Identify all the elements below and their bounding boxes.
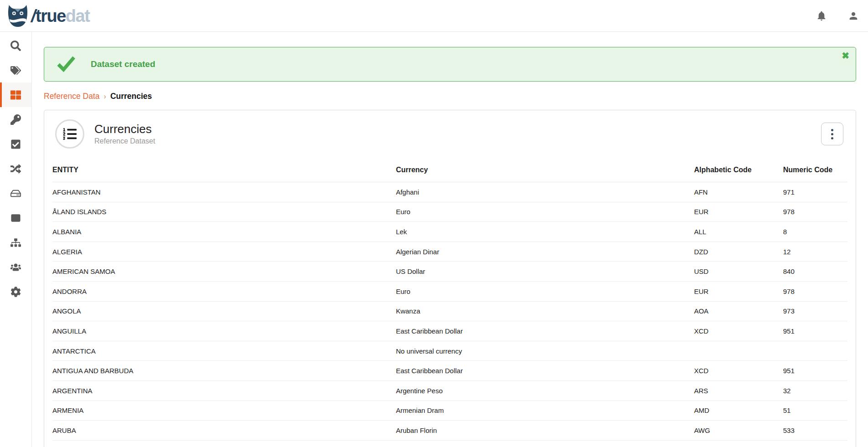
table-row: AMERICAN SAMOA US Dollar USD 840 <box>52 262 847 282</box>
sidebar-item-permissions[interactable] <box>0 107 31 132</box>
alphabetic-code-cell: DZD <box>694 241 783 262</box>
owl-icon <box>7 5 28 27</box>
alphabetic-code-cell: XCD <box>694 361 783 381</box>
breadcrumb-reference-data[interactable]: Reference Data <box>44 92 100 101</box>
currency-cell: Afghani <box>396 182 694 202</box>
sidebar-item-lineage[interactable] <box>0 156 31 181</box>
alphabetic-code-cell: AMD <box>694 401 783 421</box>
card-header: Currencies Reference Dataset <box>44 110 856 155</box>
currency-cell: Armenian Dram <box>396 401 694 421</box>
alphabetic-code-cell: EUR <box>694 281 783 301</box>
topbar-actions <box>816 10 868 21</box>
entity-cell: ANDORRA <box>52 281 396 301</box>
currency-cell: Euro <box>396 202 694 222</box>
alphabetic-code-cell: XCD <box>694 321 783 341</box>
alert-message: Dataset created <box>91 59 155 69</box>
entity-cell: ARMENIA <box>52 401 396 421</box>
numeric-code-cell: 8 <box>783 222 847 242</box>
wordmark: /truedat <box>31 7 89 25</box>
sidebar-item-settings[interactable] <box>0 279 31 304</box>
numeric-code-cell: 973 <box>783 301 847 321</box>
user-icon[interactable] <box>848 10 859 21</box>
breadcrumb: Reference Data › Currencies <box>44 92 856 101</box>
sidebar-item-search[interactable] <box>0 33 31 58</box>
numeric-code-cell: 971 <box>783 182 847 202</box>
page-subtitle: Reference Dataset <box>94 137 155 145</box>
chevron-right-icon: › <box>104 92 106 101</box>
grid-icon <box>10 90 21 100</box>
bell-icon[interactable] <box>816 10 827 21</box>
card-titles: Currencies Reference Dataset <box>94 123 155 146</box>
table-row: ALGERIA Algerian Dinar DZD 12 <box>52 241 847 262</box>
currency-cell: Kwanza <box>396 301 694 321</box>
truedat-logo[interactable]: /truedat <box>0 5 89 27</box>
currency-cell: US Dollar <box>396 262 694 282</box>
column-header-currency: Currency <box>396 157 694 182</box>
alphabetic-code-cell: USD <box>694 262 783 282</box>
entity-cell: ALBANIA <box>52 222 396 242</box>
table-header-row: ENTITY Currency Alphabetic Code Numeric … <box>52 157 847 182</box>
success-alert: Dataset created ✖ <box>44 47 856 82</box>
currency-cell: East Caribbean Dollar <box>396 361 694 381</box>
wordmark-slash: / <box>31 6 35 26</box>
alphabetic-code-cell: ALL <box>694 222 783 242</box>
sidebar-item-storage[interactable] <box>0 181 31 206</box>
entity-cell: ARGENTINA <box>52 380 396 401</box>
currency-cell: Aruban Florin <box>396 421 694 441</box>
check-square-icon <box>10 139 21 149</box>
table-row: AFGHANISTAN Afghani AFN 971 <box>52 182 847 202</box>
table-row: ÅLAND ISLANDS Euro EUR 978 <box>52 202 847 222</box>
alphabetic-code-cell: EUR <box>694 202 783 222</box>
currency-cell: Euro <box>396 281 694 301</box>
table-body: AFGHANISTAN Afghani AFN 971 ÅLAND ISLAND… <box>52 182 847 441</box>
currency-cell: Algerian Dinar <box>396 241 694 262</box>
column-header-alphabetic-code: Alphabetic Code <box>694 157 783 182</box>
entity-cell: ARUBA <box>52 421 396 441</box>
table-row: ARUBA Aruban Florin AWG 533 <box>52 421 847 441</box>
alphabetic-code-cell: AFN <box>694 182 783 202</box>
numeric-code-cell: 12 <box>783 241 847 262</box>
table-row: ANGUILLA East Caribbean Dollar XCD 951 <box>52 321 847 341</box>
sidebar-item-analytics[interactable] <box>0 206 31 230</box>
column-header-numeric-code: Numeric Code <box>783 157 847 182</box>
numeric-code-cell: 978 <box>783 281 847 301</box>
sidebar-item-tags[interactable] <box>0 58 31 82</box>
numeric-code-cell: 951 <box>783 321 847 341</box>
currency-cell: Lek <box>396 222 694 242</box>
sidebar-item-users[interactable] <box>0 255 31 279</box>
sitemap-icon <box>10 237 21 248</box>
page-title: Currencies <box>94 123 155 136</box>
entity-cell: ÅLAND ISLANDS <box>52 202 396 222</box>
drive-icon <box>10 188 21 199</box>
chart-icon <box>10 213 21 223</box>
users-icon <box>10 262 21 272</box>
alphabetic-code-cell: AOA <box>694 301 783 321</box>
close-icon[interactable]: ✖ <box>842 51 849 60</box>
sidebar <box>0 32 32 447</box>
table-row: ANTARCTICA No universal currency <box>52 341 847 361</box>
numeric-code-cell: 978 <box>783 202 847 222</box>
kebab-menu-button[interactable] <box>821 123 843 145</box>
column-header-entity: ENTITY <box>52 157 396 182</box>
alphabetic-code-cell: AWG <box>694 421 783 441</box>
sidebar-item-structures[interactable] <box>0 230 31 255</box>
entity-cell: ALGERIA <box>52 241 396 262</box>
entity-cell: AFGHANISTAN <box>52 182 396 202</box>
currency-cell: Argentine Peso <box>396 380 694 401</box>
alphabetic-code-cell: ARS <box>694 380 783 401</box>
dataset-badge <box>55 119 84 149</box>
topbar: /truedat <box>0 0 868 32</box>
currency-cell: East Caribbean Dollar <box>396 321 694 341</box>
currency-cell: No universal currency <box>396 341 694 361</box>
kebab-menu-icon <box>831 129 833 131</box>
numeric-code-cell: 51 <box>783 401 847 421</box>
currencies-table: ENTITY Currency Alphabetic Code Numeric … <box>52 157 847 441</box>
entity-cell: ANGUILLA <box>52 321 396 341</box>
sidebar-item-reference-data[interactable] <box>0 82 31 107</box>
table-row: ANTIGUA AND BARBUDA East Caribbean Dolla… <box>52 361 847 381</box>
dataset-card: Currencies Reference Dataset ENTITY Curr… <box>44 110 856 447</box>
sidebar-item-quality[interactable] <box>0 132 31 156</box>
numbered-list-icon <box>63 127 77 141</box>
numeric-code-cell <box>783 341 847 361</box>
wordmark-dat: dat <box>66 6 90 26</box>
